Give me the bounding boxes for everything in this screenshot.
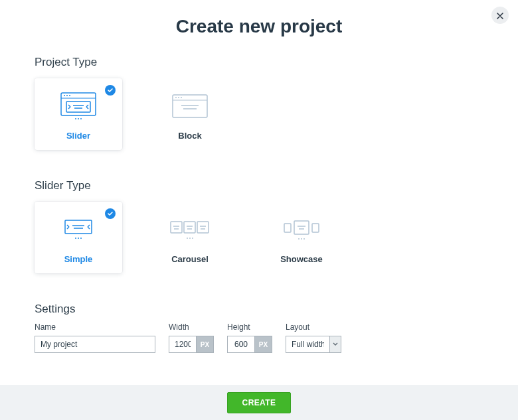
option-label: Showcase: [280, 254, 323, 264]
svg-point-42: [301, 238, 302, 240]
layout-field: Layout: [286, 322, 341, 353]
simple-slider-icon: [60, 210, 97, 249]
layout-value[interactable]: [286, 336, 329, 353]
height-label: Height: [227, 322, 272, 332]
create-button[interactable]: CREATE: [227, 392, 292, 413]
svg-point-10: [80, 118, 82, 119]
section-heading-slider-type: Slider Type: [35, 179, 483, 192]
showcase-icon: [282, 210, 321, 249]
layout-label: Layout: [286, 322, 341, 332]
svg-point-4: [69, 95, 70, 96]
slider-type-simple[interactable]: Simple: [35, 202, 122, 273]
svg-rect-38: [294, 221, 309, 234]
svg-rect-37: [312, 224, 319, 232]
selected-check-icon: [105, 85, 116, 96]
slider-type-carousel[interactable]: Carousel: [146, 202, 234, 273]
layout-select[interactable]: [286, 336, 341, 353]
svg-rect-36: [284, 224, 291, 232]
svg-point-3: [66, 95, 68, 96]
section-heading-settings: Settings: [35, 303, 483, 316]
option-label: Simple: [64, 254, 93, 264]
project-type-options: Slider Block: [35, 78, 483, 150]
svg-point-34: [189, 238, 191, 239]
close-icon: [497, 11, 503, 21]
width-input[interactable]: [169, 336, 197, 353]
svg-rect-11: [173, 95, 207, 117]
svg-point-23: [80, 238, 82, 239]
option-label: Block: [178, 131, 201, 141]
carousel-icon: [169, 210, 211, 249]
slider-icon: [60, 87, 97, 125]
svg-point-14: [178, 97, 179, 98]
height-input[interactable]: [227, 336, 255, 353]
width-field: Width PX: [169, 322, 214, 353]
svg-point-33: [187, 238, 188, 239]
svg-rect-26: [197, 222, 209, 233]
svg-rect-24: [171, 222, 182, 233]
option-label: Carousel: [171, 254, 209, 264]
height-field: Height PX: [227, 322, 272, 353]
svg-point-43: [303, 238, 305, 240]
block-icon: [171, 87, 209, 125]
svg-point-22: [78, 238, 79, 239]
name-input[interactable]: [35, 336, 155, 353]
svg-point-2: [64, 95, 65, 96]
slider-type-showcase[interactable]: Showcase: [258, 202, 345, 273]
name-field: Name: [35, 322, 155, 353]
svg-point-9: [78, 118, 79, 119]
svg-point-35: [192, 238, 193, 239]
close-button[interactable]: [491, 7, 509, 24]
svg-point-13: [175, 97, 177, 98]
svg-point-8: [75, 118, 76, 119]
svg-point-41: [298, 238, 300, 240]
width-label: Width: [169, 322, 214, 332]
project-type-slider[interactable]: Slider: [35, 78, 122, 150]
slider-type-options: Simple Carousel: [35, 202, 483, 273]
footer: CREATE: [0, 385, 518, 420]
height-unit: PX: [255, 336, 272, 353]
chevron-down-icon[interactable]: [329, 336, 341, 353]
svg-rect-25: [184, 222, 195, 233]
svg-point-15: [181, 97, 182, 98]
selected-check-icon: [105, 208, 116, 219]
page-title: Create new project: [35, 16, 483, 37]
settings-row: Name Width PX Height PX Layout: [35, 322, 483, 353]
name-label: Name: [35, 322, 155, 332]
section-heading-project-type: Project Type: [35, 56, 483, 69]
project-type-block[interactable]: Block: [146, 78, 234, 150]
width-unit: PX: [197, 336, 214, 353]
svg-point-21: [75, 238, 76, 239]
option-label: Slider: [66, 131, 90, 141]
